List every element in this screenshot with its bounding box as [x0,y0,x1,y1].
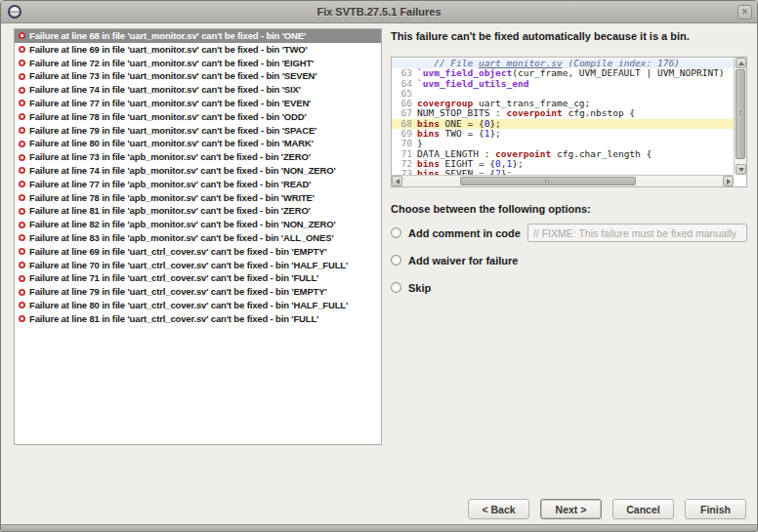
failure-row[interactable]: Failure at line 70 in file 'uart_ctrl_co… [15,259,381,272]
failure-row[interactable]: Failure at line 83 in file 'apb_monitor.… [15,231,381,245]
failure-row[interactable]: Failure at line 74 in file 'uart_monitor… [15,83,381,97]
failure-text: Failure at line 77 in file 'uart_monitor… [29,97,311,110]
cancel-button[interactable]: Cancel [612,499,674,519]
vertical-scrollbar[interactable] [734,58,746,175]
failure-row[interactable]: Failure at line 74 in file 'apb_monitor.… [15,164,381,178]
failure-row[interactable]: Failure at line 69 in file 'uart_ctrl_co… [15,245,381,259]
failure-row[interactable]: Failure at line 77 in file 'uart_monitor… [15,97,381,110]
failure-text: Failure at line 77 in file 'apb_monitor.… [29,178,311,191]
error-dot-icon [19,100,25,106]
failure-row[interactable]: Failure at line 73 in file 'uart_monitor… [15,69,381,83]
failure-text: Failure at line 69 in file 'uart_monitor… [29,43,308,57]
title-bar[interactable]: Fix SVTB.27.5.1 Failures ✕ [1,1,757,23]
error-dot-icon [19,194,25,201]
failure-row[interactable]: Failure at line 73 in file 'apb_monitor.… [15,150,381,164]
detail-panel: This failure can't be fixed automaticall… [391,28,747,297]
failure-text: Failure at line 80 in file 'uart_ctrl_co… [29,299,348,312]
failure-text: Failure at line 74 in file 'apb_monitor.… [29,164,336,178]
failure-row[interactable]: Failure at line 72 in file 'uart_monitor… [15,57,381,70]
failure-row[interactable]: Failure at line 79 in file 'uart_monitor… [15,124,381,138]
horizontal-scroll-thumb[interactable] [460,177,636,185]
error-dot-icon [19,302,25,308]
failure-row[interactable]: Failure at line 77 in file 'apb_monitor.… [15,178,381,191]
failure-row[interactable]: Failure at line 71 in file 'uart_ctrl_co… [15,271,381,285]
code-segment: cfg.char_length { [551,148,652,159]
failure-row[interactable]: Failure at line 69 in file 'uart_monitor… [15,43,381,57]
error-dot-icon [19,248,25,255]
vertical-scroll-thumb[interactable] [736,69,745,159]
code-segment: }; [489,128,500,139]
fixme-comment-input[interactable] [527,224,747,242]
scroll-down-arrow-icon[interactable] [736,164,746,175]
failure-text: Failure at line 71 in file 'uart_ctrl_co… [29,271,318,285]
window-bottom-edge [1,524,757,531]
add-comment-label: Add comment in code [408,227,521,239]
options-section: Choose between the following options: Ad… [391,203,747,297]
error-dot-icon [19,87,25,94]
error-dot-icon [19,222,25,228]
failure-row[interactable]: Failure at line 81 in file 'apb_monitor.… [15,204,381,218]
error-dot-icon [19,167,25,174]
error-dot-icon [19,275,25,282]
code-segment: coverpoint [507,107,563,118]
error-dot-icon [19,262,25,268]
failure-row[interactable]: Failure at line 82 in file 'apb_monitor.… [15,218,381,231]
error-dot-icon [19,73,25,80]
options-prompt: Choose between the following options: [391,203,747,215]
scroll-right-arrow-icon[interactable] [723,176,734,186]
close-icon[interactable]: ✕ [737,5,752,20]
code-preview[interactable]: // File uart_monitor.sv (Compile index: … [391,57,747,187]
failure-row[interactable]: Failure at line 78 in file 'uart_monitor… [15,110,381,124]
failure-text: Failure at line 81 in file 'uart_ctrl_co… [29,312,318,326]
code-segment: }; [501,168,512,175]
error-dot-icon [19,60,25,66]
add-waiver-label: Add waiver for failure [408,255,518,266]
error-dot-icon [19,208,25,215]
failure-text: Failure at line 74 in file 'uart_monitor… [29,83,301,97]
error-dot-icon [19,234,25,241]
failure-text: Failure at line 68 in file 'uart_monitor… [29,29,306,43]
failure-text: Failure at line 69 in file 'uart_ctrl_co… [29,245,327,259]
skip-radio[interactable] [391,282,401,293]
error-dot-icon [19,315,25,322]
failure-text: Failure at line 81 in file 'apb_monitor.… [29,204,311,218]
option-add-waiver: Add waiver for failure [391,251,747,269]
failure-text: Failure at line 80 in file 'uart_monitor… [29,137,314,150]
next-button[interactable]: Next > [540,499,602,519]
scroll-left-arrow-icon[interactable] [392,176,402,186]
add-waiver-radio[interactable] [391,255,401,266]
failure-message: This failure can't be fixed automaticall… [391,30,747,42]
failure-text: Failure at line 73 in file 'uart_monitor… [29,69,316,83]
back-button[interactable]: < Back [468,499,529,519]
failure-text: Failure at line 78 in file 'uart_monitor… [29,110,307,124]
error-dot-icon [19,46,25,53]
dialog-body: Failure at line 68 in file 'uart_monitor… [1,24,757,524]
code-segment: `uvm_field_utils_end [417,78,528,89]
failure-text: Failure at line 70 in file 'uart_ctrl_co… [29,259,348,272]
option-skip: Skip [391,278,747,297]
error-dot-icon [19,32,25,39]
failure-row[interactable]: Failure at line 80 in file 'uart_monitor… [15,137,381,150]
error-dot-icon [19,141,25,147]
add-comment-radio[interactable] [391,227,401,238]
fix-failures-dialog: Fix SVTB.27.5.1 Failures ✕ Failure at li… [0,0,758,532]
failure-text: Failure at line 82 in file 'apb_monitor.… [29,218,336,231]
failure-text: Failure at line 79 in file 'uart_monitor… [29,124,316,138]
failure-row[interactable]: Failure at line 79 in file 'uart_ctrl_co… [15,285,381,299]
failure-row[interactable]: Failure at line 68 in file 'uart_monitor… [15,29,381,43]
code-segment: }; [512,158,523,169]
code-lines: // File uart_monitor.sv (Compile index: … [392,59,734,175]
failure-text: Failure at line 83 in file 'apb_monitor.… [29,231,334,245]
failure-list[interactable]: Failure at line 68 in file 'uart_monitor… [14,28,382,445]
horizontal-scrollbar[interactable] [392,175,734,186]
failure-row[interactable]: Failure at line 78 in file 'apb_monitor.… [15,191,381,205]
code-segment: cfg.nbstop { [563,107,635,118]
code-segment: bins [417,168,440,175]
failure-row[interactable]: Failure at line 80 in file 'uart_ctrl_co… [15,299,381,312]
failure-row[interactable]: Failure at line 81 in file 'uart_ctrl_co… [15,312,381,326]
scroll-up-arrow-icon[interactable] [736,58,746,68]
error-dot-icon [19,289,25,296]
failure-text: Failure at line 79 in file 'uart_ctrl_co… [29,285,327,299]
failure-text: Failure at line 78 in file 'apb_monitor.… [29,191,315,205]
finish-button[interactable]: Finish [685,499,746,519]
